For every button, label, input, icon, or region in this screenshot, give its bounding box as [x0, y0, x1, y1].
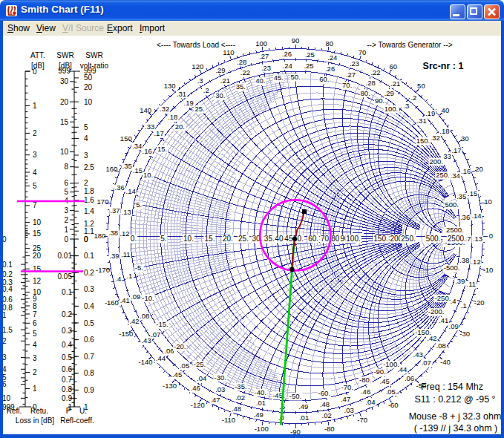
svg-text:90: 90: [292, 36, 300, 45]
svg-text:.23: .23: [350, 59, 359, 68]
svg-text:-30: -30: [459, 330, 470, 338]
svg-text:.34: .34: [132, 142, 142, 150]
svg-text:.13: .13: [122, 208, 131, 216]
svg-text:100.: 100.: [384, 105, 399, 113]
svg-text:-120: -120: [191, 401, 205, 409]
svg-text:.03: .03: [215, 385, 225, 393]
svg-text:.28: .28: [237, 58, 246, 66]
svg-text:.48: .48: [320, 400, 330, 408]
svg-text:0: 0: [64, 235, 68, 243]
svg-text:-150: -150: [119, 330, 133, 338]
svg-text:.24: .24: [327, 53, 337, 62]
svg-text:.11: .11: [467, 280, 477, 288]
svg-text:6: 6: [33, 319, 37, 327]
svg-text:.37: .37: [110, 206, 120, 215]
svg-text:2: 2: [84, 179, 88, 187]
svg-text:.04: .04: [365, 398, 375, 406]
svg-text:.48: .48: [232, 405, 241, 413]
svg-text:.18: .18: [168, 113, 177, 121]
svg-text:.39: .39: [109, 252, 119, 260]
svg-text:.14: .14: [126, 187, 136, 195]
svg-text:-200.: -200.: [428, 307, 445, 316]
svg-text:S11 : 0.212 @ -95 °: S11 : 0.212 @ -95 °: [414, 394, 495, 405]
svg-text:4: 4: [33, 341, 37, 349]
svg-text:.38: .38: [459, 256, 469, 264]
svg-text:10.: 10.: [183, 235, 194, 243]
svg-text:.01: .01: [299, 414, 309, 422]
svg-text:3: 3: [64, 206, 68, 215]
svg-text:U.: U.: [79, 407, 87, 415]
svg-text:2500.: 2500.: [448, 235, 466, 243]
svg-text:50: 50: [417, 82, 425, 90]
svg-text:0.6: 0.6: [84, 336, 94, 344]
svg-text:.06: .06: [164, 347, 174, 355]
svg-text:5.: 5.: [160, 235, 166, 243]
svg-text:150.: 150.: [416, 137, 431, 145]
svg-text:130: 130: [164, 82, 176, 90]
svg-text:12: 12: [33, 277, 42, 285]
svg-text:.28: .28: [366, 79, 376, 87]
svg-text:15.: 15.: [157, 145, 167, 153]
svg-text:0.2: 0.2: [2, 270, 13, 278]
svg-text:Refl-coeff.: Refl-coeff.: [60, 416, 94, 425]
svg-text:[dB]: [dB]: [59, 62, 72, 70]
svg-text:80: 80: [326, 39, 334, 48]
svg-text:.25: .25: [305, 50, 315, 59]
svg-text:-10.: -10.: [142, 294, 154, 302]
svg-text:-10: -10: [483, 266, 494, 274]
svg-text:.34: .34: [451, 171, 460, 180]
svg-text:Refl.: Refl.: [7, 407, 22, 415]
svg-text:.31: .31: [177, 90, 186, 98]
svg-text:.42: .42: [129, 317, 139, 325]
svg-text:30: 30: [60, 77, 69, 85]
svg-text:.04: .04: [197, 374, 206, 382]
svg-text:.06: .06: [405, 374, 414, 382]
svg-text:.45: .45: [380, 377, 390, 385]
svg-text:0.1: 0.1: [2, 261, 13, 269]
svg-text:.18: .18: [439, 127, 449, 135]
svg-text:140: 140: [140, 106, 151, 114]
svg-text:2.5: 2.5: [84, 163, 94, 171]
svg-text:0.6: 0.6: [2, 295, 13, 304]
svg-text:.16: .16: [143, 147, 152, 155]
svg-text:4: 4: [84, 134, 88, 143]
svg-text:SWR: SWR: [85, 51, 102, 59]
svg-text:2: 2: [33, 368, 37, 376]
svg-text:-70: -70: [357, 416, 367, 424]
svg-text:.01: .01: [256, 399, 266, 407]
svg-text:30.: 30.: [215, 91, 225, 99]
svg-text:-25.: -25.: [194, 360, 206, 368]
svg-text:8: 8: [64, 163, 68, 171]
svg-text:.35: .35: [456, 192, 466, 200]
svg-text:20: 20: [60, 98, 69, 106]
svg-text:.32: .32: [431, 134, 440, 142]
svg-text:-60.: -60.: [318, 389, 330, 397]
svg-text:.39: .39: [455, 277, 465, 285]
svg-text:15: 15: [33, 229, 42, 238]
svg-text:-40: -40: [440, 358, 451, 366]
svg-text:.12: .12: [120, 229, 129, 238]
svg-text:.29: .29: [215, 66, 225, 74]
svg-text:0.1: 0.1: [84, 252, 94, 260]
svg-text:3: 3: [33, 354, 37, 362]
svg-text:10.: 10.: [143, 171, 153, 179]
svg-text:.27: .27: [346, 71, 356, 79]
svg-text:20.: 20.: [175, 122, 185, 131]
svg-text:5.: 5.: [136, 200, 142, 209]
svg-text:1: 1: [64, 226, 68, 234]
svg-text:1.5: 1.5: [2, 326, 13, 334]
svg-text:-70.: -70.: [341, 383, 353, 391]
svg-text:.17: .17: [154, 129, 163, 137]
svg-text:.27: .27: [259, 52, 269, 60]
svg-text:.23: .23: [261, 64, 271, 72]
svg-text:( -139 // j 34.3 ohm ): ( -139 // j 34.3 ohm ): [414, 423, 498, 434]
svg-text:35.: 35.: [264, 235, 275, 243]
svg-text:0.4: 0.4: [84, 302, 94, 310]
svg-text:0: 0: [489, 232, 493, 240]
svg-text:.05: .05: [180, 362, 189, 370]
svg-text:-500.: -500.: [444, 264, 460, 272]
svg-text:80.: 80.: [361, 89, 370, 97]
svg-text:.1: .1: [126, 272, 132, 280]
svg-text:Mouse -8 + j 32.3 ohm: Mouse -8 + j 32.3 ohm: [409, 411, 502, 422]
svg-text:.14: .14: [471, 212, 481, 220]
